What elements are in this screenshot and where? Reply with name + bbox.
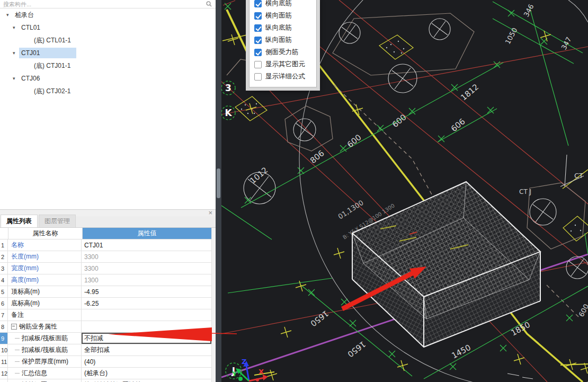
property-value[interactable]: -6.25 xyxy=(82,298,211,309)
checkbox-checked-icon[interactable] xyxy=(254,37,262,44)
component-tree: ▾桩承台▾CTL01(底) CTL01-1▾CTJ01(底) CTJ01-1▾C… xyxy=(0,8,216,209)
display-option[interactable]: 横向面筋 xyxy=(254,10,316,22)
grid-bubbles: 3 K J xyxy=(221,81,242,379)
display-option-label: 纵向底筋 xyxy=(265,23,292,32)
property-row[interactable]: 13计算设置按默认计算设置计算 xyxy=(0,379,211,382)
property-value[interactable]: 全部扣减 xyxy=(82,344,211,356)
close-icon[interactable]: × xyxy=(208,209,212,217)
display-option[interactable]: 纵向面筋 xyxy=(254,34,316,46)
row-index: 10 xyxy=(0,344,8,356)
tree-item[interactable]: (底) CTJ01-1 xyxy=(0,59,216,72)
property-row[interactable]: 1名称CTJ01 xyxy=(0,239,211,251)
property-name: 钢筋业务属性 xyxy=(8,321,82,332)
svg-text:1650: 1650 xyxy=(345,339,367,359)
splitter-scroll-thumb[interactable] xyxy=(217,168,220,198)
header-name-column: 属性名称 xyxy=(8,228,83,239)
tab-property-list[interactable]: 属性列表 xyxy=(1,215,38,227)
property-row[interactable]: 11保护层厚度(mm)(40) xyxy=(0,356,211,368)
axis-y-label: Y xyxy=(231,370,237,378)
tree-dash-icon xyxy=(15,350,20,350)
property-row[interactable]: 4高度(mm)1300 xyxy=(0,274,211,286)
row-index: 1 xyxy=(0,239,8,251)
property-value[interactable]: -4.95 xyxy=(82,286,211,297)
svg-text:1012: 1012 xyxy=(248,165,270,185)
tree-dash-icon xyxy=(15,338,20,339)
row-index: 2 xyxy=(0,251,8,262)
checkbox-unchecked-icon[interactable] xyxy=(254,61,262,68)
svg-text:347: 347 xyxy=(560,35,573,51)
row-index: 4 xyxy=(0,274,8,286)
property-row[interactable]: 10扣减板/筏板底筋全部扣减 xyxy=(0,344,211,356)
property-name: 宽度(mm) xyxy=(8,263,82,274)
checkbox-checked-icon[interactable] xyxy=(254,49,262,56)
property-name: 底标高(m) xyxy=(8,298,82,309)
display-options-panel: 横向底筋横向面筋纵向底筋纵向面筋侧面受力筋显示其它图元显示详细公式 xyxy=(249,0,317,87)
row-index: 9 xyxy=(0,333,8,344)
row-index: 12 xyxy=(0,368,8,379)
display-option[interactable]: 侧面受力筋 xyxy=(254,46,316,58)
property-row[interactable]: 9扣减板/筏板面筋不扣减 xyxy=(0,333,211,344)
property-table-body: 1名称CTJ012长度(mm)33003宽度(mm)33004高度(mm)130… xyxy=(0,239,211,382)
property-name: 长度(mm) xyxy=(8,251,82,262)
row-index: 7 xyxy=(0,309,8,321)
display-option-label: 横向底筋 xyxy=(265,0,292,8)
property-table: 属性名称 属性值 1名称CTJ012长度(mm)33003宽度(mm)33004… xyxy=(0,228,211,382)
property-row[interactable]: 12汇总信息(桩承台) xyxy=(0,368,211,379)
property-row[interactable]: 5顶标高(m)-4.95 xyxy=(0,286,211,298)
row-index: 3 xyxy=(0,263,8,274)
property-value[interactable]: CTJ01 xyxy=(82,239,211,251)
tree-item[interactable]: (底) CTL01-1 xyxy=(0,34,216,47)
expander-icon[interactable]: ▾ xyxy=(13,25,19,30)
property-value[interactable]: 3300 xyxy=(82,263,211,274)
tree-dash-icon xyxy=(15,361,20,362)
panel-splitter[interactable] xyxy=(216,0,221,382)
property-row[interactable]: 6底标高(m)-6.25 xyxy=(0,298,211,309)
search-icon[interactable] xyxy=(206,1,212,7)
checkbox-checked-icon[interactable] xyxy=(254,12,262,20)
axis-z-label: Z xyxy=(242,358,246,366)
property-row[interactable]: 7备注 xyxy=(0,309,211,321)
tab-layer-manage[interactable]: 图层管理 xyxy=(39,215,76,227)
property-row[interactable]: 2长度(mm)3300 xyxy=(0,251,211,263)
expander-icon[interactable]: ▾ xyxy=(13,50,19,56)
property-row[interactable]: 3宽度(mm)3300 xyxy=(0,263,211,274)
tree-item-label: (底) CTL01-1 xyxy=(32,34,73,47)
property-value[interactable]: 按默认计算设置计算 xyxy=(82,379,211,382)
property-value[interactable] xyxy=(82,309,211,321)
property-value[interactable] xyxy=(82,321,211,332)
tree-item-label: CTJ01 xyxy=(19,48,76,58)
property-value[interactable]: (40) xyxy=(82,356,211,367)
tree-item[interactable]: ▾CTJ01 xyxy=(0,47,216,59)
checkbox-checked-icon[interactable] xyxy=(254,24,262,32)
checkbox-unchecked-icon[interactable] xyxy=(254,73,262,81)
tree-item-label: CTJ06 xyxy=(19,73,42,84)
tree-item-label: 桩承台 xyxy=(13,9,36,21)
expander-icon[interactable]: ▾ xyxy=(6,12,13,17)
header-value-column: 属性值 xyxy=(83,228,211,239)
properties-scrollbar[interactable] xyxy=(211,228,216,382)
row-index: 8 xyxy=(0,321,8,332)
display-option[interactable]: 横向底筋 xyxy=(254,0,316,10)
display-option[interactable]: 显示其它图元 xyxy=(254,58,316,70)
tree-item[interactable]: ▾桩承台 xyxy=(0,8,216,21)
tree-item[interactable]: ▾CTL01 xyxy=(0,21,216,34)
display-option[interactable]: 显示详细公式 xyxy=(254,70,316,83)
svg-text:CT: CT xyxy=(574,172,583,180)
display-option-label: 侧面受力筋 xyxy=(265,48,299,57)
property-value[interactable]: 不扣减 xyxy=(82,333,211,344)
property-value[interactable]: 3300 xyxy=(82,251,211,262)
display-option[interactable]: 纵向底筋 xyxy=(254,22,316,34)
svg-text:01,1300: 01,1300 xyxy=(336,199,364,221)
search-input[interactable] xyxy=(2,0,200,8)
viewport-3d[interactable]: 3 K J 1812 600 606 600 806 1012 1650 165… xyxy=(221,0,588,382)
property-value[interactable]: (桩承台) xyxy=(82,368,211,379)
collapse-icon[interactable] xyxy=(11,324,17,330)
property-value[interactable]: 1300 xyxy=(82,274,211,286)
svg-text:1050: 1050 xyxy=(504,26,519,46)
tree-item[interactable]: ▾CTJ06 xyxy=(0,72,216,85)
expander-icon[interactable]: ▾ xyxy=(13,76,19,81)
checkbox-checked-icon[interactable] xyxy=(254,0,262,7)
property-row[interactable]: 8钢筋业务属性 xyxy=(0,321,211,333)
tree-item[interactable]: (底) CTJ02-1 xyxy=(0,85,216,97)
application-window: ▾桩承台▾CTL01(底) CTL01-1▾CTJ01(底) CTJ01-1▾C… xyxy=(0,0,588,382)
